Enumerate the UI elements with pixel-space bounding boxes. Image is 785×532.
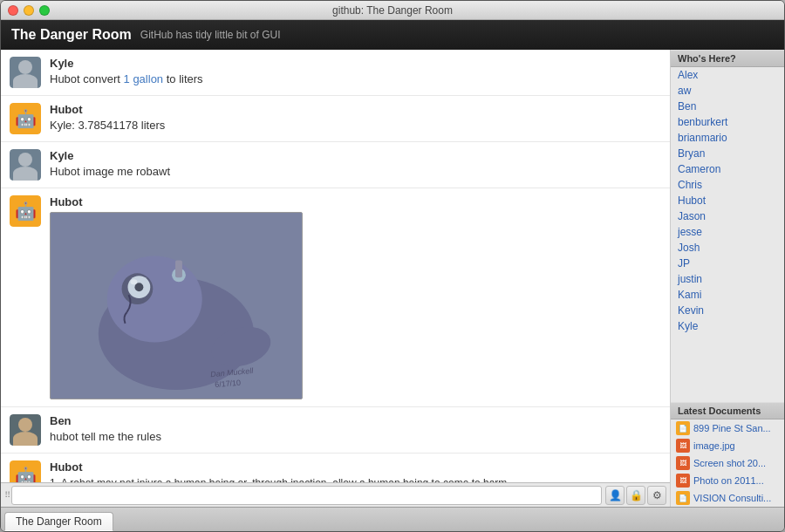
avatar [10,57,41,88]
doc-icon: 📄 [676,421,690,435]
laws-text: 1. A robot may not injure a human being … [50,475,661,482]
doc-icon: 📄 [676,491,690,505]
sidebar-user[interactable]: aw [671,83,784,99]
app-title: The Danger Room [11,27,132,43]
docs-header: Latest Documents [671,402,784,419]
message-username: Hubot [50,460,661,474]
doc-item[interactable]: 🖼Screen shot 20... [671,454,784,472]
sidebar-user[interactable]: Kami [671,287,784,303]
input-icons: 👤 🔒 ⚙ [605,486,666,505]
message-row: Hubot 1. A robot may not injure a human … [1,454,670,482]
doc-name: Photo on 2011... [693,475,764,486]
sidebar-user[interactable]: Bryan [671,146,784,161]
app-header: The Danger Room GitHub has tidy little b… [1,20,784,50]
message-username: Kyle [50,149,661,162]
tab-bar: The Danger Room [1,507,784,531]
avatar [10,195,41,227]
main-window: github: The Danger Room The Danger Room … [0,0,785,532]
message-link[interactable]: 1 gallon [124,72,164,85]
sidebar-user[interactable]: Jason [671,208,784,224]
doc-item[interactable]: 📄VISION Consulti... [671,489,784,507]
avatar [10,460,41,482]
close-button[interactable] [8,5,18,16]
sidebar: Who's Here? AlexawBenbenburkertbrianmari… [671,50,784,507]
tab-danger-room[interactable]: The Danger Room [4,512,113,531]
doc-name: Screen shot 20... [693,458,766,468]
message-content: Kyle Hubot convert 1 gallon to liters [50,57,661,87]
message-row: Hubot Kyle: 3.78541178 liters [1,96,670,142]
sidebar-user[interactable]: benburkert [671,114,784,130]
message-username: Ben [50,414,661,427]
doc-icon: 🖼 [676,456,690,470]
svg-point-5 [134,283,143,291]
sidebar-user[interactable]: Chris [671,177,784,193]
title-bar: github: The Danger Room [1,1,784,20]
gear-icon-button[interactable]: ⚙ [647,486,666,505]
doc-item[interactable]: 🖼image.jpg [671,437,784,454]
message-row: Kyle Hubot image me robawt [1,142,670,188]
kyle-avatar [10,149,41,181]
message-text: Hubot image me robawt [50,164,661,180]
doc-icon: 🖼 [676,439,690,453]
message-content: Ben hubot tell me the rules [50,414,661,445]
hubot-avatar [10,103,41,134]
avatar [10,103,41,134]
svg-point-2 [107,256,202,343]
sidebar-user[interactable]: jesse [671,224,784,240]
sidebar-users-list: AlexawBenbenburkertbrianmarioBryanCamero… [671,67,784,402]
law-1: 1. A robot may not injure a human being … [50,475,661,482]
kyle-avatar [10,57,41,88]
window-title: github: The Danger Room [332,4,453,17]
message-row: Kyle Hubot convert 1 gallon to liters [1,50,670,96]
sidebar-user[interactable]: Kevin [671,303,784,318]
doc-name: image.jpg [693,440,735,451]
maximize-button[interactable] [39,5,50,16]
message-content: Hubot 1. A robot may not injure a human … [50,460,661,482]
doc-name: VISION Consulti... [693,493,771,503]
sidebar-user[interactable]: Josh [671,240,784,256]
main-area: Kyle Hubot convert 1 gallon to liters Hu… [1,50,784,507]
message-text: Hubot convert 1 gallon to liters [50,72,661,87]
sidebar-user[interactable]: Alex [671,67,784,83]
doc-name: 899 Pine St San... [693,423,771,433]
message-text: Kyle: 3.78541178 liters [50,118,661,133]
message-content: Kyle Hubot image me robawt [50,149,661,180]
sidebar-user[interactable]: Ben [671,99,784,114]
message-row: Hubot [1,188,670,407]
chat-input[interactable] [11,486,602,505]
minimize-button[interactable] [24,5,34,16]
input-bar: ⠿ 👤 🔒 ⚙ [1,482,670,507]
messages-list: Kyle Hubot convert 1 gallon to liters Hu… [1,50,670,482]
sidebar-user[interactable]: Cameron [671,161,784,177]
svg-point-11 [130,279,137,284]
message-text: hubot tell me the rules [50,429,661,445]
hubot-avatar [10,460,41,482]
sidebar-user[interactable]: JP [671,256,784,271]
who-here-header: Who's Here? [671,50,784,67]
message-username: Hubot [50,195,661,208]
message-username: Hubot [50,103,661,116]
avatar [10,149,41,181]
person-icon-button[interactable]: 👤 [605,486,625,505]
chat-area: Kyle Hubot convert 1 gallon to liters Hu… [1,50,671,507]
window-controls [8,5,50,16]
lock-icon-button[interactable]: 🔒 [626,486,645,505]
message-content: Hubot Kyle: 3.78541178 liters [50,103,661,133]
doc-icon: 🖼 [676,474,690,488]
svg-rect-7 [175,260,182,277]
sidebar-user[interactable]: Hubot [671,193,784,208]
ben-avatar [10,414,41,446]
message-row: Ben hubot tell me the rules [1,407,670,454]
hubot-avatar [10,195,41,227]
sidebar-user[interactable]: brianmario [671,130,784,146]
sidebar-docs: Latest Documents 📄899 Pine St San...🖼ima… [671,402,784,507]
sidebar-user[interactable]: Kyle [671,318,784,334]
sidebar-user[interactable]: justin [671,271,784,287]
doc-item[interactable]: 🖼Photo on 2011... [671,472,784,489]
robot-image: Dan Muckell 6/17/10 [50,212,303,399]
doc-item[interactable]: 📄899 Pine St San... [671,419,784,437]
message-content: Hubot [50,195,661,399]
avatar [10,414,41,446]
app-subtitle: GitHub has tidy little bit of GUI [140,29,281,41]
message-username: Kyle [50,57,661,70]
